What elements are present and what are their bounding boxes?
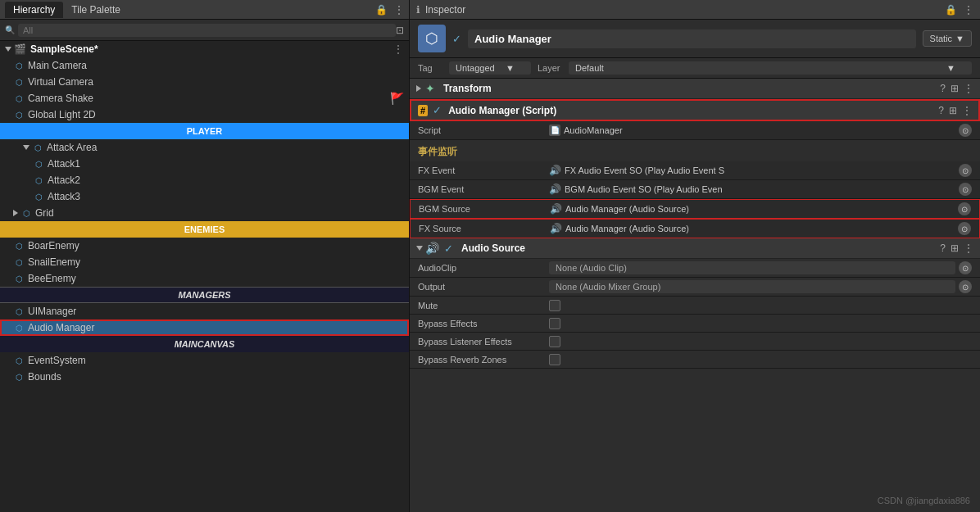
output-label: Output [418,282,549,292]
more-icon[interactable]: ⋮ [964,4,973,16]
audio-source-more-icon[interactable]: ⋮ [964,242,973,254]
search-bar: 🔍 ⊡ [0,20,409,41]
static-button[interactable]: Static ▼ [923,30,972,47]
bgm-source-text: Audio Manager (Audio Source) [565,204,689,214]
cube-icon: ⬡ [13,109,25,120]
mute-row: Mute [410,297,980,315]
transform-icon: ✦ [425,82,435,95]
list-item[interactable]: ⬡ Main Camera [0,57,409,74]
bypass-listener-effects-label: Bypass Listener Effects [418,337,549,347]
lock-icon[interactable]: 🔒 [375,4,388,16]
script-value: AudioManager [564,125,623,135]
static-label: Static [930,34,953,43]
cube-icon: ⬡ [33,191,44,202]
tab-tile-palette[interactable]: Tile Palette [63,2,129,18]
list-item[interactable]: ⬡ Virtual Camera [0,74,409,90]
audio-source-header[interactable]: 🔊 ✓ Audio Source ? ⊞ ⋮ [410,238,980,259]
list-item[interactable]: ⬡ Grid [0,205,409,221]
bypass-listener-effects-checkbox[interactable] [549,336,560,347]
bypass-effects-checkbox[interactable] [549,318,560,329]
transform-adjust-icon[interactable]: ⊞ [951,83,959,94]
search-input[interactable] [18,24,396,37]
object-label: Global Light 2D [28,109,96,120]
list-item[interactable]: ⬡ Attack3 [0,188,409,205]
static-dropdown-icon: ▼ [955,34,964,43]
watermark: CSDN @jiangdaxia886 [878,496,970,505]
script-target-btn[interactable]: ⊙ [959,124,972,137]
list-item[interactable]: ⬡ EventSystem [0,352,409,369]
list-item[interactable]: ⬡ Attack Area [0,139,409,156]
scene-expand-icon [5,47,11,52]
object-name-field[interactable] [468,29,916,48]
audio-source-title: Audio Source [461,242,525,254]
object-label: Audio Manager [28,322,94,333]
cube-icon: ⬡ [13,322,25,333]
inspector-header-icons: 🔒 ⋮ [945,4,973,16]
fx-source-row: FX Source 🔊 Audio Manager (Audio Source)… [410,219,980,238]
more-icon[interactable]: ⋮ [394,4,404,16]
output-target-btn[interactable]: ⊙ [959,280,972,293]
transform-title: Transform [443,83,492,94]
tag-dropdown-arrow: ▼ [506,63,515,73]
bypass-reverb-zones-label: Bypass Reverb Zones [418,355,549,365]
lock-icon[interactable]: 🔒 [945,4,957,16]
fx-source-target-btn[interactable]: ⊙ [958,222,971,235]
transform-section-header[interactable]: ✦ Transform ? ⊞ ⋮ [410,79,980,99]
list-item[interactable]: ⬡ UIManager [0,303,409,319]
event-monitor-label: 事件监听 [410,140,980,161]
expand-icon [13,210,18,216]
audio-source-help-icon[interactable]: ? [940,242,946,254]
object-label: Virtual Camera [28,76,93,88]
scene-menu-icon[interactable]: ⋮ [392,43,404,56]
expand-icon[interactable]: ⊡ [396,25,404,36]
bypass-reverb-zones-checkbox[interactable] [549,354,560,365]
fx-source-icon: 🔊 [550,223,562,234]
bgm-source-target-btn[interactable]: ⊙ [958,202,971,215]
mute-checkbox[interactable] [549,300,560,311]
audioclip-value: None (Audio Clip) ⊙ [549,261,972,274]
bgm-event-value: 🔊 BGM Audio Event SO (Play Audio Even ⊙ [549,183,972,196]
transform-more-icon[interactable]: ⋮ [964,83,973,94]
object-label: EventSystem [28,355,86,366]
script-help-icon[interactable]: ? [938,105,944,116]
list-item[interactable]: ⬡ Attack1 [0,156,409,172]
bypass-effects-row: Bypass Effects [410,315,980,333]
list-item[interactable]: ⬡ BeeEnemy [0,270,409,287]
fx-source-label: FX Source [419,224,550,233]
list-item[interactable]: ⬡ Bounds [0,369,409,385]
audioclip-target-btn[interactable]: ⊙ [959,261,972,274]
cube-icon: ⬡ [13,256,25,268]
audio-source-adjust-icon[interactable]: ⊞ [951,242,959,254]
object-label: Attack2 [48,174,80,186]
audio-manager-script-header[interactable]: # ✓ Audio Manager (Script) ? ⊞ ⋮ [410,99,980,121]
bgm-event-target-btn[interactable]: ⊙ [959,183,972,196]
tag-dropdown[interactable]: Untagged ▼ [449,61,531,75]
search-icon: 🔍 [5,25,15,34]
bgm-event-text: BGM Audio Event SO (Play Audio Even [565,184,723,194]
script-doc-icon: 📄 [549,125,560,136]
scene-header[interactable]: 🎬 SampleScene* ⋮ [0,41,409,57]
list-item[interactable]: ⬡ Attack2 [0,172,409,188]
layer-dropdown[interactable]: Default ▼ [569,61,972,75]
script-checkmark-icon: ✓ [433,104,442,116]
list-item[interactable]: ⬡ BoarEnemy [0,238,409,254]
bgm-source-row: BGM Source 🔊 Audio Manager (Audio Source… [410,199,980,219]
fx-event-text: FX Audio Event SO (Play Audio Event S [565,165,724,175]
list-item[interactable]: ⬡ SnailEnemy [0,254,409,270]
fx-event-target-btn[interactable]: ⊙ [959,164,972,177]
fx-event-row: FX Event 🔊 FX Audio Event SO (Play Audio… [410,161,980,180]
list-item-audio-manager[interactable]: ⬡ Audio Manager [0,319,409,336]
list-item[interactable]: ⬡ Camera Shake 🚩 [0,90,409,106]
cube-icon: ⬡ [13,355,25,366]
script-more-icon[interactable]: ⋮ [962,105,972,116]
checkmark-icon[interactable]: ✓ [452,33,461,45]
tab-hierarchy[interactable]: Hierarchy [5,2,63,18]
cube-icon: ⬡ [13,371,25,383]
list-item[interactable]: ⬡ Global Light 2D [0,106,409,123]
audio-manager-script-title: Audio Manager (Script) [448,105,556,116]
panel-tabs: Hierarchy Tile Palette 🔒 ⋮ [0,0,409,20]
script-adjust-icon[interactable]: ⊞ [949,105,957,116]
transform-help-icon[interactable]: ? [940,83,946,94]
script-field-row: Script 📄 AudioManager ⊙ [410,121,980,140]
object-label: Grid [35,207,54,219]
